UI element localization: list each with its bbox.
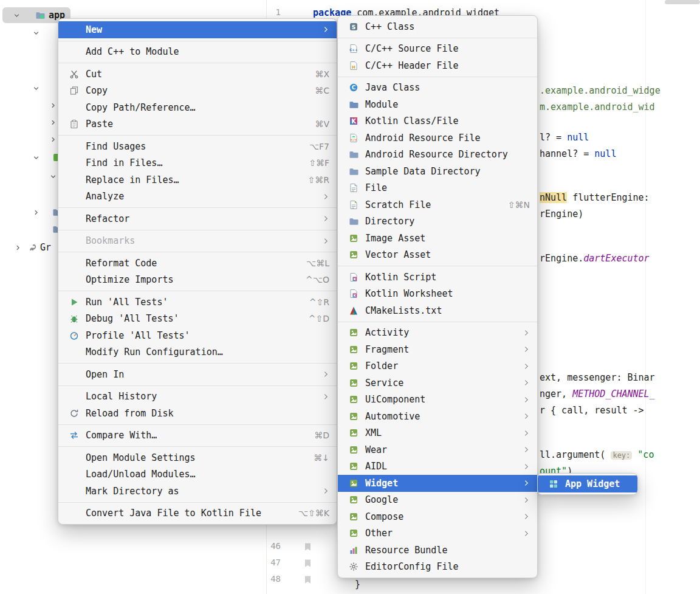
menu-item-label: Module [365,99,398,110]
menu-item-android-resource-directory[interactable]: Android Resource Directory [338,147,537,164]
menu-item-c-c-source-file[interactable]: C++C/C++ Source File [338,41,537,58]
chevron-down-icon[interactable] [13,12,20,19]
asset-icon [348,378,360,388]
menu-shortcut: ⌘C [315,86,329,95]
menu-item-profile-all-tests[interactable]: Profile 'All Tests' [58,327,337,344]
menu-item-open-in[interactable]: Open In [58,366,337,383]
code-token: null [594,148,616,159]
menu-item-folder[interactable]: Folder [338,358,537,375]
chevron-right-icon[interactable] [33,209,39,216]
menu-item-compare-with[interactable]: Compare With…⌘D [58,427,337,444]
code-token: hannel? = [540,148,594,159]
menu-item-google[interactable]: Google [338,492,537,509]
menu-item-other[interactable]: Other [338,525,537,542]
menu-item-label: Paste [86,119,113,130]
menu-item-c-c-header-file[interactable]: HC/C++ Header File [338,57,537,74]
chevron-right-icon[interactable] [50,119,57,126]
menu-item-modify-run-configuration[interactable]: Modify Run Configuration… [58,344,337,361]
menu-item-c-class[interactable]: SC++ Class [338,18,537,35]
menu-item-cut[interactable]: Cut⌘X [58,66,337,83]
submenu-arrow-icon [324,371,329,378]
menu-item-resource-bundle[interactable]: Resource Bundle [338,542,537,559]
menu-separator [58,424,337,425]
submenu-arrow-icon [524,363,530,370]
menu-item-activity[interactable]: Activity [338,325,537,342]
menu-item-vector-asset[interactable]: Vector Asset [338,247,537,264]
code-fragment: l? = null [540,132,589,143]
menu-item-convert-java-file-to-kotlin-file[interactable]: Convert Java File to Kotlin File⌥⇧⌘K [58,505,337,522]
scrollbar-thumb[interactable] [665,0,700,4]
menu-shortcut: ^⇧R [309,297,329,307]
tree-item-label[interactable]: Gr [40,242,51,253]
menu-item-java-class[interactable]: CJava Class [338,80,537,97]
chevron-down-icon[interactable] [33,30,39,36]
menu-item-automotive[interactable]: Automotive [338,408,537,425]
menu-item-label: Folder [365,361,398,371]
menu-item-find-usages[interactable]: Find Usages⌥F7 [58,138,337,155]
chevron-right-icon[interactable] [15,244,21,251]
chevron-right-icon[interactable] [50,102,57,109]
menu-item-copy[interactable]: Copy⌘C [58,83,337,100]
gutter-bookmark-icon[interactable] [304,575,312,584]
menu-item-android-resource-file[interactable]: </>Android Resource File [338,130,537,147]
menu-item-scratch-file[interactable]: Scratch File⇧⌘N [338,196,537,213]
menu-item-copy-path-reference[interactable]: Copy Path/Reference… [58,99,337,116]
menu-item-xml[interactable]: XML [338,425,537,442]
menu-item-compose[interactable]: Compose [338,508,537,525]
code-fragment: nNull flutterEngine: [540,192,650,204]
menu-item-app-widget[interactable]: App Widget [538,475,637,492]
menu-item-widget[interactable]: Widget [338,475,537,492]
menu-item-optimize-imports[interactable]: Optimize Imports^⌥O [58,272,337,289]
menu-item-debug-all-tests[interactable]: Debug 'All Tests'^⇧D [58,311,337,328]
menu-item-directory[interactable]: Directory [338,213,537,230]
cpp-class-icon: S [348,22,360,32]
menu-item-local-history[interactable]: Local History [58,389,337,406]
menu-item-refactor[interactable]: Refactor [58,210,337,227]
menu-item-analyze[interactable]: Analyze [58,188,337,205]
menu-item-aidl[interactable]: AIDL [338,458,537,475]
menu-item-kotlin-worksheet[interactable]: KKotlin Worksheet [338,286,537,303]
menu-separator [58,207,337,208]
chevron-down-icon[interactable] [33,154,39,161]
menu-item-kotlin-class-file[interactable]: KKotlin Class/File [338,113,537,130]
menu-separator [58,446,337,447]
svg-text:H: H [352,64,355,69]
menu-item-replace-in-files[interactable]: Replace in Files…⇧⌘R [58,171,337,188]
menu-item-uicomponent[interactable]: UiComponent [338,392,537,409]
chevron-down-icon[interactable] [50,173,57,180]
asset-icon [348,395,360,404]
menu-item-find-in-files[interactable]: Find in Files…⇧⌘F [58,155,337,172]
menu-item-bookmarks[interactable]: Bookmarks [58,233,337,250]
menu-item-wear[interactable]: Wear [338,441,537,458]
menu-item-label: Convert Java File to Kotlin File [86,508,261,519]
gutter-bookmark-icon[interactable] [304,542,312,551]
menu-item-service[interactable]: Service [338,375,537,392]
menu-item-label: Directory [365,216,414,227]
menu-item-sample-data-directory[interactable]: Sample Data Directory [338,163,537,180]
menu-item-paste[interactable]: Paste⌘V [58,116,337,133]
code-token: ll.argument( [540,449,611,460]
menu-item-module[interactable]: Module [338,96,537,113]
menu-item-load-unload-modules[interactable]: Load/Unload Modules… [58,466,337,483]
chevron-down-icon[interactable] [33,85,39,92]
menu-item-label: Profile 'All Tests' [86,330,190,341]
menu-item-file[interactable]: File [338,180,537,197]
menu-item-cmakelists-txt[interactable]: CMakeLists.txt [338,302,537,319]
menu-item-reload-from-disk[interactable]: Reload from Disk [58,405,337,422]
menu-item-reformat-code[interactable]: Reformat Code⌥⌘L [58,255,337,272]
menu-item-open-module-settings[interactable]: Open Module Settings⌘↓ [58,449,337,466]
menu-item-fragment[interactable]: Fragment [338,341,537,358]
menu-item-new[interactable]: New [58,21,337,38]
menu-icon-placeholder [68,469,80,479]
menu-item-add-c-to-module[interactable]: Add C++ to Module [58,44,337,61]
gutter-bookmark-icon[interactable] [304,559,312,568]
menu-item-mark-directory-as[interactable]: Mark Directory as [58,483,337,500]
menu-item-editorconfig-file[interactable]: EditorConfig File [338,559,537,576]
menu-item-kotlin-script[interactable]: KKotlin Script [338,269,537,286]
menu-item-label: Automotive [365,411,420,422]
chevron-right-icon[interactable] [50,136,57,143]
menu-item-run-all-tests[interactable]: Run 'All Tests'^⇧R [58,294,337,311]
menu-item-image-asset[interactable]: Image Asset [338,230,537,247]
code-token: null [567,132,589,143]
resource-bundle-icon [348,545,360,555]
